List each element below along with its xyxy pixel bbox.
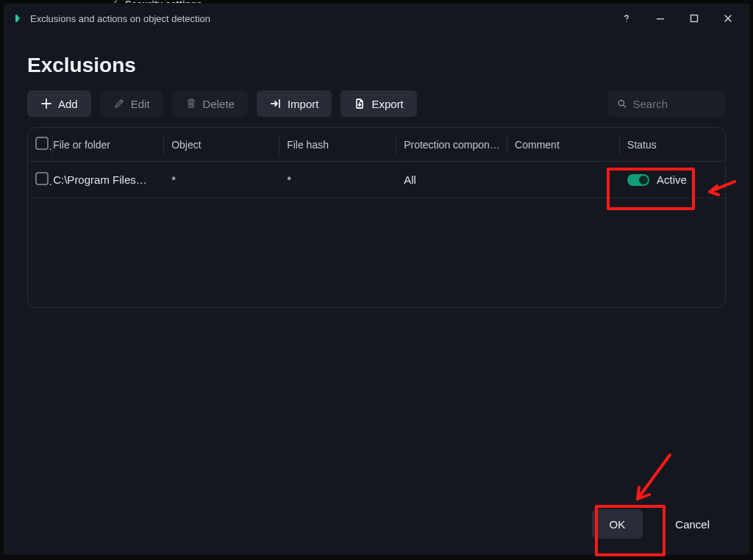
header-status[interactable]: Status — [620, 128, 725, 162]
delete-button[interactable]: Delete — [172, 90, 248, 117]
table-row[interactable]: C:\Program Files… * * All Active — [28, 162, 725, 198]
cell-object: * — [164, 162, 279, 198]
header-hash[interactable]: File hash — [279, 128, 396, 162]
status-toggle[interactable] — [627, 174, 649, 186]
export-button[interactable]: Export — [340, 90, 416, 117]
delete-button-label: Delete — [203, 98, 235, 110]
row-checkbox-cell[interactable] — [28, 162, 53, 198]
edit-button[interactable]: Edit — [100, 90, 163, 117]
ok-button[interactable]: OK — [592, 509, 643, 539]
page-title: Exclusions — [27, 54, 726, 77]
header-comment[interactable]: Comment — [507, 128, 620, 162]
checkbox-icon — [35, 172, 49, 185]
window-title: Exclusions and actions on object detecti… — [30, 13, 210, 24]
cell-protection: All — [396, 162, 507, 198]
search-icon — [617, 98, 627, 110]
add-button-label: Add — [58, 98, 78, 110]
cell-status: Active — [620, 162, 725, 198]
edit-button-label: Edit — [131, 98, 150, 110]
header-protection[interactable]: Protection compone… — [396, 128, 507, 162]
toolbar: Add Edit Delete Import Export — [27, 90, 726, 117]
dialog-footer: OK Cancel — [592, 509, 727, 539]
add-button[interactable]: Add — [27, 90, 91, 117]
titlebar: Exclusions and actions on object detecti… — [4, 4, 749, 33]
checkbox-icon — [35, 137, 49, 150]
cell-file: C:\Program Files… — [53, 162, 164, 198]
cell-comment — [507, 162, 620, 198]
svg-rect-2 — [691, 15, 698, 22]
exclusions-table: File or folder Object File hash Protecti… — [27, 127, 726, 308]
svg-rect-1 — [657, 18, 664, 19]
maximize-button[interactable] — [677, 4, 711, 33]
cancel-button[interactable]: Cancel — [657, 509, 727, 539]
header-file[interactable]: File or folder — [53, 128, 164, 162]
app-logo-icon — [13, 12, 24, 24]
import-button[interactable]: Import — [257, 90, 332, 117]
minimize-button[interactable] — [643, 4, 677, 33]
search-box[interactable] — [608, 90, 726, 117]
search-input[interactable] — [632, 98, 717, 110]
help-button[interactable] — [610, 4, 643, 33]
dialog-window: Exclusions and actions on object detecti… — [3, 3, 750, 556]
close-button[interactable] — [711, 4, 745, 33]
header-select-all[interactable] — [28, 128, 53, 162]
export-button-label: Export — [371, 98, 403, 110]
status-label: Active — [657, 173, 687, 186]
cell-hash: * — [279, 162, 396, 198]
import-button-label: Import — [288, 98, 319, 110]
svg-point-0 — [626, 21, 627, 21]
header-object[interactable]: Object — [164, 128, 279, 162]
